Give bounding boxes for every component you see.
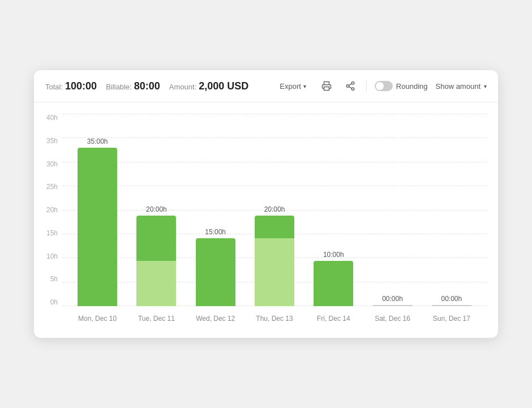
- export-button[interactable]: Export ▾: [275, 80, 311, 93]
- rounding-toggle[interactable]: [375, 81, 393, 91]
- rounding-label: Rounding: [396, 82, 428, 91]
- x-label-sun: Sun, Dec 17: [426, 315, 477, 323]
- total-value: 100:00: [65, 80, 97, 92]
- bar-top-tue: [136, 216, 176, 261]
- bar-fri: [314, 261, 353, 306]
- y-axis: 0h 5h 10h 15h 20h 25h 30h 35h 40h: [37, 114, 58, 329]
- bar-top-fri: [314, 261, 353, 306]
- bar-top-wed: [196, 238, 235, 306]
- bar-wed: [196, 238, 235, 306]
- bar-sat: [373, 305, 413, 306]
- y-label-5h: 5h: [37, 275, 58, 283]
- bar-bottom-thu: [255, 238, 294, 306]
- x-label-wed: Wed, Dec 12: [190, 315, 241, 323]
- toolbar-divider: [366, 80, 367, 92]
- show-amount-button[interactable]: Show amount ▾: [436, 82, 487, 91]
- chevron-down-icon: ▾: [303, 83, 306, 89]
- bar-group-mon: 35:00h: [72, 138, 123, 306]
- bar-label-mon: 35:00h: [87, 138, 108, 145]
- x-label-sat: Sat, Dec 16: [367, 315, 418, 323]
- toolbar-right: Export ▾: [275, 78, 487, 94]
- x-label-tue: Tue, Dec 11: [131, 315, 182, 323]
- bar-group-sun: 00:00h: [426, 295, 477, 306]
- x-label-thu: Thu, Dec 13: [249, 315, 300, 323]
- y-label-40h: 40h: [37, 114, 58, 122]
- y-label-25h: 25h: [37, 183, 58, 191]
- amount-label: Amount:: [169, 83, 196, 91]
- svg-point-3: [351, 88, 354, 91]
- chart-area: 0h 5h 10h 15h 20h 25h 30h 35h 40h: [34, 102, 498, 338]
- billable-label: Billable:: [106, 83, 132, 91]
- print-icon[interactable]: [319, 78, 334, 94]
- show-amount-label: Show amount: [436, 82, 481, 91]
- bar-label-tue: 20:00h: [146, 205, 167, 213]
- x-labels: Mon, Dec 10 Tue, Dec 11 Wed, Dec 12 Thu,…: [62, 308, 487, 329]
- amount-value: 2,000 USD: [199, 80, 248, 92]
- bar-label-wed: 15:00h: [205, 228, 226, 236]
- billable-stat: Billable: 80:00: [106, 80, 160, 92]
- svg-line-5: [349, 84, 351, 85]
- toolbar: Total: 100:00 Billable: 80:00 Amount: 2,…: [34, 70, 498, 102]
- chart-container: 0h 5h 10h 15h 20h 25h 30h 35h 40h: [62, 114, 487, 329]
- svg-line-4: [349, 87, 351, 88]
- svg-point-2: [346, 85, 349, 88]
- y-label-20h: 20h: [37, 206, 58, 214]
- bar-group-sat: 00:00h: [367, 295, 418, 306]
- bar-group-tue: 20:00h: [131, 205, 182, 306]
- main-card: Total: 100:00 Billable: 80:00 Amount: 2,…: [34, 70, 498, 338]
- bar-tue: [136, 216, 176, 306]
- y-label-0h: 0h: [37, 298, 58, 306]
- bar-group-fri: 10:00h: [308, 251, 359, 306]
- bar-label-thu: 20:00h: [264, 205, 285, 213]
- bars-row: 35:00h 20:00h 15:00h: [62, 114, 487, 306]
- svg-rect-0: [324, 87, 329, 91]
- y-label-30h: 30h: [37, 160, 58, 168]
- bar-top-thu: [255, 216, 294, 238]
- y-label-15h: 15h: [37, 229, 58, 237]
- share-icon[interactable]: [342, 78, 358, 94]
- x-label-fri: Fri, Dec 14: [308, 315, 359, 323]
- bar-group-wed: 15:00h: [190, 228, 241, 306]
- bar-thu: [255, 216, 294, 306]
- bar-label-fri: 10:00h: [323, 251, 344, 259]
- bar-sun: [432, 305, 471, 306]
- rounding-toggle-group: Rounding: [375, 81, 428, 91]
- bar-label-sat: 00:00h: [382, 295, 403, 303]
- show-amount-chevron-icon: ▾: [484, 83, 487, 89]
- amount-stat: Amount: 2,000 USD: [169, 80, 248, 92]
- y-label-35h: 35h: [37, 137, 58, 145]
- bar-top-mon: [78, 148, 117, 306]
- toolbar-left: Total: 100:00 Billable: 80:00 Amount: 2,…: [45, 80, 275, 92]
- svg-point-1: [351, 82, 354, 85]
- bar-label-sun: 00:00h: [441, 295, 462, 303]
- total-stat: Total: 100:00: [45, 80, 97, 92]
- bar-group-thu: 20:00h: [249, 205, 300, 306]
- y-label-10h: 10h: [37, 252, 58, 260]
- export-label: Export: [280, 82, 301, 91]
- billable-value: 80:00: [134, 80, 160, 92]
- x-label-mon: Mon, Dec 10: [72, 315, 123, 323]
- bar-bottom-tue: [136, 261, 176, 306]
- bar-mon: [78, 148, 117, 306]
- total-label: Total:: [45, 83, 63, 91]
